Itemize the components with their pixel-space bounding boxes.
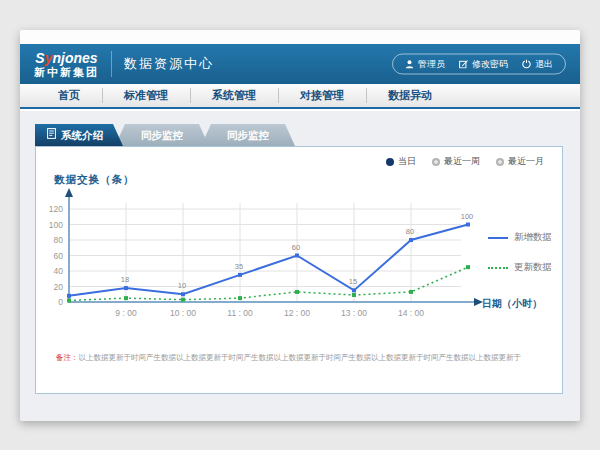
svg-text:35: 35 <box>235 262 243 271</box>
legend-new-data[interactable]: 新增数据 <box>488 231 552 244</box>
svg-text:60: 60 <box>292 243 300 252</box>
x-axis-title: 日期（小时） <box>482 297 542 311</box>
app-header: Synjones 新中新集团 数据资源中心 管理员 修改密码 <box>20 44 580 84</box>
content-area: 系统介绍 同步监控 同步监控 当日 最近一周 <box>20 111 580 421</box>
svg-text:15: 15 <box>349 277 357 286</box>
svg-text:20: 20 <box>54 282 64 292</box>
svg-text:10 : 00: 10 : 00 <box>170 308 196 318</box>
svg-text:40: 40 <box>54 266 64 276</box>
footnote-text: 以上数据更新于时间产生数据以上数据更新于时间产生数据以上数据更新于时间产生数据以… <box>79 353 522 362</box>
brand-accent: y <box>45 50 53 66</box>
admin-user-button[interactable]: 管理员 <box>405 58 445 71</box>
nav-item-integration-mgmt[interactable]: 对接管理 <box>278 84 366 107</box>
svg-text:14 : 00: 14 : 00 <box>398 308 424 318</box>
edit-icon <box>459 60 468 69</box>
change-password-button[interactable]: 修改密码 <box>459 58 508 71</box>
tab-sync-monitor-2-label: 同步监控 <box>227 129 269 141</box>
legend-update-data-label: 更新数据 <box>514 261 552 274</box>
svg-text:100: 100 <box>461 212 474 221</box>
brand-prefix: S <box>35 50 44 66</box>
page-title: 数据资源中心 <box>124 55 214 73</box>
tab-bar: 系统介绍 同步监控 同步监控 <box>35 124 295 146</box>
window-top-strip <box>20 30 580 44</box>
tab-sync-monitor-1[interactable]: 同步监控 <box>115 124 209 146</box>
user-bar: 管理员 修改密码 退出 <box>392 54 566 75</box>
brand-suffix: njones <box>53 50 98 66</box>
main-nav: 首页 标准管理 系统管理 对接管理 数据异动 <box>20 84 580 109</box>
svg-text:80: 80 <box>406 227 414 236</box>
tab-system-intro-label: 系统介绍 <box>61 124 103 146</box>
logout-label: 退出 <box>535 58 553 71</box>
series-legend: 新增数据 更新数据 <box>488 231 552 274</box>
nav-item-standard-mgmt[interactable]: 标准管理 <box>102 84 190 107</box>
svg-text:120: 120 <box>49 204 63 214</box>
admin-label: 管理员 <box>418 58 445 71</box>
svg-text:60: 60 <box>54 251 64 261</box>
chart-panel: 当日 最近一周 最近一月 数据交换（条） 0204060801001209 : … <box>35 146 563 394</box>
legend-new-data-label: 新增数据 <box>514 231 552 244</box>
svg-text:100: 100 <box>49 220 63 230</box>
svg-text:0: 0 <box>58 297 63 307</box>
brand-text: Synjones <box>35 51 97 65</box>
power-icon <box>522 60 531 69</box>
svg-text:18: 18 <box>121 275 129 284</box>
svg-text:9 : 00: 9 : 00 <box>115 308 137 318</box>
nav-item-home[interactable]: 首页 <box>36 84 102 107</box>
svg-text:12 : 00: 12 : 00 <box>284 308 310 318</box>
footnote: 备注：以上数据更新于时间产生数据以上数据更新于时间产生数据以上数据更新于时间产生… <box>56 353 521 363</box>
synjones-logo: Synjones 新中新集团 <box>34 51 99 78</box>
document-icon <box>47 124 56 146</box>
nav-item-data-changes[interactable]: 数据异动 <box>366 84 454 107</box>
svg-text:13 : 00: 13 : 00 <box>341 308 367 318</box>
company-name: 新中新集团 <box>34 67 99 78</box>
header-divider <box>111 51 112 77</box>
footnote-prefix: 备注： <box>56 353 79 362</box>
solid-line-icon <box>488 237 508 239</box>
app-window: Synjones 新中新集团 数据资源中心 管理员 修改密码 <box>20 30 580 421</box>
user-icon <box>405 60 414 69</box>
tab-sync-monitor-2[interactable]: 同步监控 <box>201 124 295 146</box>
tab-sync-monitor-1-label: 同步监控 <box>141 129 183 141</box>
change-password-label: 修改密码 <box>472 58 508 71</box>
svg-text:80: 80 <box>54 235 64 245</box>
svg-text:11 : 00: 11 : 00 <box>227 308 253 318</box>
dotted-line-icon <box>488 267 508 269</box>
tab-system-intro[interactable]: 系统介绍 <box>35 124 123 146</box>
logout-button[interactable]: 退出 <box>522 58 553 71</box>
nav-item-system-mgmt[interactable]: 系统管理 <box>190 84 278 107</box>
legend-update-data[interactable]: 更新数据 <box>488 261 552 274</box>
svg-text:10: 10 <box>178 281 186 290</box>
exchange-line-chart: 0204060801001209 : 0010 : 0011 : 0012 : … <box>36 147 564 382</box>
